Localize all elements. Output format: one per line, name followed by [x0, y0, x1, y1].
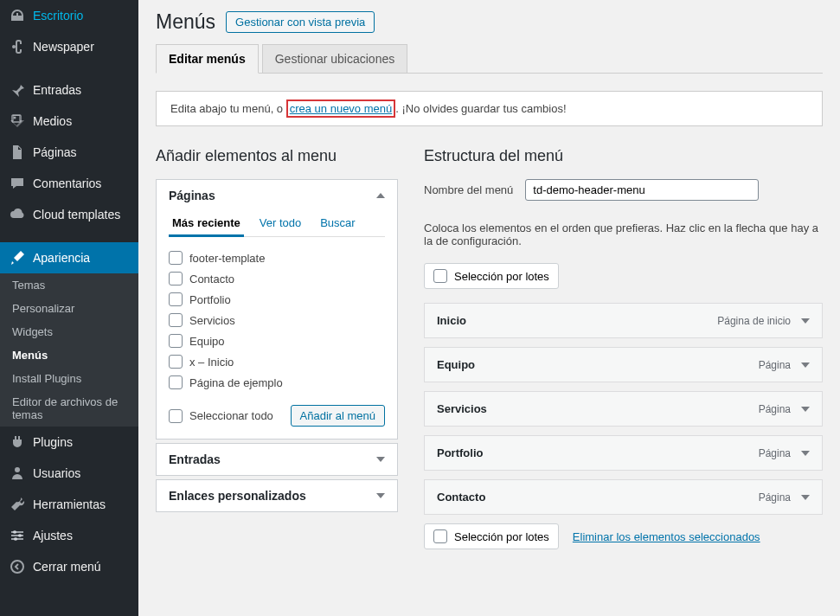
posts-metabox: Entradas: [156, 443, 398, 476]
submenu-install-plugins[interactable]: Install Plugins: [0, 367, 138, 390]
svg-point-3: [15, 467, 20, 472]
sidebar-label: Ajustes: [33, 529, 73, 542]
menu-name-label: Nombre del menú: [424, 183, 513, 196]
pages-inner-tabs: Más reciente Ver todo Buscar: [169, 211, 385, 237]
menu-item-type: Página: [759, 491, 791, 504]
main-content: Menús Gestionar con vista previa Editar …: [138, 0, 840, 616]
sidebar-label: Entradas: [33, 83, 81, 97]
list-item: Servicios: [169, 310, 385, 330]
page-checkbox[interactable]: [169, 313, 183, 327]
comment-icon: [9, 175, 26, 192]
sidebar-item-posts[interactable]: Entradas: [0, 74, 138, 106]
page-checkbox[interactable]: [169, 251, 183, 265]
tab-edit-menus[interactable]: Editar menús: [156, 44, 259, 74]
list-item: Equipo: [169, 330, 385, 351]
chevron-down-icon: [801, 363, 810, 368]
pages-metabox: Páginas Más reciente Ver todo Buscar foo…: [156, 179, 398, 440]
collapse-icon: [9, 558, 26, 575]
svg-point-7: [13, 530, 16, 534]
posts-metabox-header[interactable]: Entradas: [157, 444, 397, 475]
menu-item[interactable]: Equipo Página: [424, 347, 823, 382]
page-item-label: Servicios: [189, 314, 235, 327]
tab-search[interactable]: Buscar: [317, 211, 358, 236]
chevron-down-icon: [801, 495, 810, 500]
sidebar-item-settings[interactable]: Ajustes: [0, 520, 138, 551]
tab-manage-locations[interactable]: Gestionar ubicaciones: [262, 44, 408, 73]
svg-point-0: [12, 45, 16, 48]
select-all-checkbox[interactable]: [169, 409, 183, 423]
page-checkbox[interactable]: [169, 375, 183, 389]
admin-sidebar: Escritorio Newspaper Entradas Medios Pág…: [0, 0, 138, 616]
pages-metabox-header[interactable]: Páginas: [157, 180, 397, 211]
tab-recent[interactable]: Más reciente: [169, 211, 244, 237]
list-item: Portfolio: [169, 289, 385, 310]
chevron-down-icon: [801, 451, 810, 456]
svg-point-9: [14, 537, 17, 541]
menu-item-title: Inicio: [437, 314, 466, 327]
bulk-checkbox[interactable]: [433, 269, 447, 283]
user-icon: [9, 465, 26, 482]
page-item-label: Equipo: [189, 335, 224, 348]
page-checkbox[interactable]: [169, 272, 183, 286]
plugin-icon: [9, 433, 26, 451]
page-item-label: Portfolio: [189, 293, 231, 306]
sidebar-item-media[interactable]: Medios: [0, 106, 138, 137]
sidebar-item-cloud-templates[interactable]: Cloud templates: [0, 199, 138, 230]
menu-item[interactable]: Servicios Página: [424, 391, 823, 427]
bulk-checkbox[interactable]: [433, 529, 447, 543]
menu-item-title: Portfolio: [437, 446, 483, 459]
chevron-down-icon: [801, 407, 810, 412]
chevron-down-icon: [376, 493, 385, 498]
tab-view-all[interactable]: Ver todo: [256, 211, 305, 236]
svg-point-10: [11, 561, 23, 573]
structure-title: Estructura del menú: [424, 147, 823, 165]
svg-point-8: [18, 534, 22, 537]
submenu-theme-editor[interactable]: Editor de archivos de temas: [0, 390, 138, 427]
page-item-label: Contacto: [189, 273, 234, 286]
submenu-customize[interactable]: Personalizar: [0, 297, 138, 320]
dashboard-icon: [9, 7, 26, 24]
sidebar-item-pages[interactable]: Páginas: [0, 137, 138, 168]
svg-point-1: [14, 117, 16, 119]
bulk-label: Selección por lotes: [454, 530, 549, 543]
posts-box-title: Entradas: [169, 452, 221, 466]
sidebar-item-collapse[interactable]: Cerrar menú: [0, 551, 138, 582]
create-new-menu-link[interactable]: crea un nuevo menú: [286, 99, 396, 118]
delete-selected-link[interactable]: Eliminar los elementos seleccionados: [573, 530, 760, 543]
menu-item[interactable]: Inicio Página de inicio: [424, 303, 823, 338]
list-item: x – Inicio: [169, 351, 385, 372]
sidebar-label: Usuarios: [33, 466, 80, 480]
menu-item-title: Contacto: [437, 491, 485, 504]
bulk-label: Selección por lotes: [454, 270, 549, 283]
bulk-select-top[interactable]: Selección por lotes: [424, 263, 559, 289]
manage-preview-button[interactable]: Gestionar con vista previa: [226, 11, 375, 33]
brush-icon: [9, 249, 26, 266]
sidebar-label: Cloud templates: [33, 208, 120, 221]
sidebar-item-appearance[interactable]: Apariencia: [0, 242, 138, 273]
menu-name-input[interactable]: [525, 179, 759, 201]
sidebar-item-comments[interactable]: Comentarios: [0, 168, 138, 199]
custom-links-metabox-header[interactable]: Enlaces personalizados: [157, 480, 397, 511]
settings-icon: [9, 527, 26, 544]
page-checkbox[interactable]: [169, 334, 183, 348]
menu-item-type: Página de inicio: [717, 315, 791, 327]
sidebar-item-tools[interactable]: Herramientas: [0, 489, 138, 520]
submenu-themes[interactable]: Temas: [0, 273, 138, 297]
select-all-label[interactable]: Seleccionar todo: [169, 409, 273, 423]
sidebar-item-users[interactable]: Usuarios: [0, 458, 138, 489]
page-checkbox[interactable]: [169, 355, 183, 369]
page-checkbox[interactable]: [169, 292, 183, 306]
sidebar-item-plugins[interactable]: Plugins: [0, 427, 138, 458]
sidebar-item-dashboard[interactable]: Escritorio: [0, 0, 138, 31]
custom-links-metabox: Enlaces personalizados: [156, 479, 398, 512]
submenu-menus[interactable]: Menús: [0, 343, 138, 367]
menu-item[interactable]: Contacto Página: [424, 479, 823, 515]
bulk-select-bottom[interactable]: Selección por lotes: [424, 523, 559, 549]
add-to-menu-button[interactable]: Añadir al menú: [291, 405, 385, 427]
menu-item[interactable]: Portfolio Página: [424, 435, 823, 471]
sidebar-label: Medios: [33, 114, 72, 128]
sidebar-item-newspaper[interactable]: Newspaper: [0, 31, 138, 62]
submenu-widgets[interactable]: Widgets: [0, 320, 138, 343]
links-icon: [9, 38, 26, 55]
menu-structure-column: Estructura del menú Nombre del menú Colo…: [424, 147, 823, 563]
